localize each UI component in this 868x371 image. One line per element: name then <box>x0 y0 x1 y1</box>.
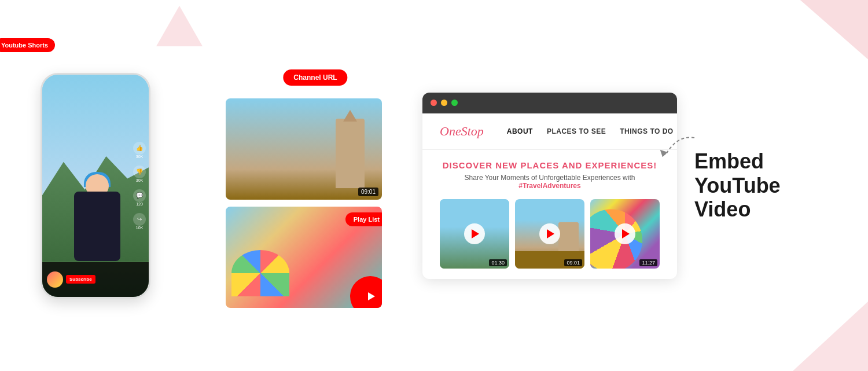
video-card-duration-2: 09:01 <box>564 259 582 266</box>
subheadline-hashtag: #TravelAdventures <box>518 182 580 190</box>
play-triangle-icon-3 <box>622 229 630 238</box>
phone-avatar <box>47 271 63 288</box>
video-thumbnail-1[interactable]: 09:01 <box>226 98 382 200</box>
video-duration-1: 09:01 <box>358 188 378 196</box>
channel-url-badge: Channel URL <box>283 69 347 86</box>
phone-share-icon: ↪ 10K <box>133 213 146 230</box>
video-thumbnail-2[interactable]: 11:27 Play List <box>226 207 382 308</box>
phone-bottom-bar: Subscribe <box>42 262 149 297</box>
phone-figure <box>51 157 144 261</box>
site-headline: DISCOVER NEW PLACES AND EXPERIENCES! <box>440 160 660 170</box>
right-section: Embed YouTube Video <box>694 149 845 221</box>
video-card-duration-1: 01:30 <box>489 259 507 266</box>
play-triangle-icon-2 <box>547 229 554 238</box>
figure-body <box>74 192 120 261</box>
main-container: Youtube Shorts 👍 30K 👎 30 <box>0 0 868 371</box>
video-card-3[interactable]: 11:27 <box>590 199 660 269</box>
phone-mockup: 👍 30K 👎 30K 💬 120 ↪ 10K <box>41 73 150 299</box>
video-card-duration-3: 11:27 <box>639 259 657 266</box>
phone-like-icon: 👍 30K <box>133 142 146 159</box>
phone-subscribe-button[interactable]: Subscribe <box>66 275 95 284</box>
site-nav: OneStop ABOUT PLACES TO SEE THINGS TO DO… <box>422 113 677 150</box>
video-card-1[interactable]: 01:30 <box>440 199 509 269</box>
nav-about[interactable]: ABOUT <box>507 127 533 135</box>
dashed-arrow-svg <box>654 132 700 172</box>
church-tower <box>336 119 365 188</box>
video-grid: 01:30 09:01 <box>440 199 660 269</box>
site-logo: OneStop <box>440 124 484 139</box>
phone-right-icons: 👍 30K 👎 30K 💬 120 ↪ 10K <box>133 142 146 230</box>
site-subheadline: Share Your Moments of Unforgettable Expe… <box>440 174 660 190</box>
embed-title-line1: Embed YouTube <box>694 149 781 197</box>
browser-content: OneStop ABOUT PLACES TO SEE THINGS TO DO… <box>422 113 677 279</box>
church-thumbnail-scene <box>226 98 382 200</box>
fan-decoration <box>231 250 289 296</box>
nav-items: ABOUT PLACES TO SEE THINGS TO DO PLAN YO… <box>507 127 677 135</box>
phone-comment-icon: 💬 120 <box>133 189 146 206</box>
play-button-1[interactable] <box>464 223 485 244</box>
embed-title: Embed YouTube Video <box>694 149 845 221</box>
browser-dot-green[interactable] <box>451 100 458 106</box>
svg-marker-0 <box>368 292 375 300</box>
play-button-3[interactable] <box>615 223 635 244</box>
nav-places-to-see[interactable]: PLACES TO SEE <box>547 127 606 135</box>
youtube-shorts-badge: Youtube Shorts <box>0 38 55 52</box>
left-section: Youtube Shorts 👍 30K 👎 30 <box>23 73 208 299</box>
browser-titlebar <box>422 93 677 113</box>
video-card-2[interactable]: 09:01 <box>515 199 584 269</box>
phone-scene: 👍 30K 👎 30K 💬 120 ↪ 10K <box>42 75 149 297</box>
browser-dot-red[interactable] <box>431 100 437 106</box>
embed-title-line2: Video <box>694 197 751 221</box>
browser-dot-yellow[interactable] <box>441 100 447 106</box>
subheadline-prefix: Share Your Moments of Unforgettable Expe… <box>465 174 635 182</box>
browser-mockup: OneStop ABOUT PLACES TO SEE THINGS TO DO… <box>422 93 677 279</box>
site-main-content: DISCOVER NEW PLACES AND EXPERIENCES! Sha… <box>422 150 677 279</box>
play-list-badge: Play List <box>345 212 382 226</box>
center-section: Channel URL 09:01 11:27 Play List <box>226 98 405 308</box>
play-button-2[interactable] <box>539 223 560 244</box>
phone-dislike-icon: 👎 30K <box>133 166 146 182</box>
play-triangle-icon-1 <box>472 229 479 238</box>
